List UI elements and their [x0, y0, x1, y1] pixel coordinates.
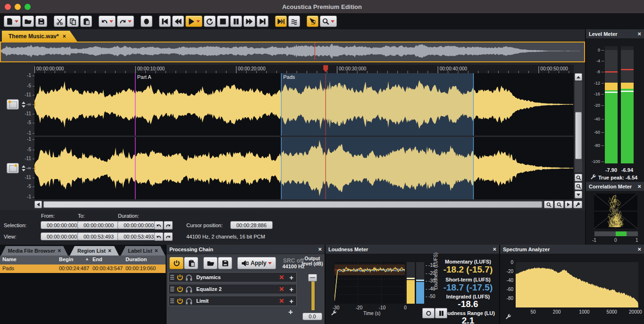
rewind-button[interactable]: [172, 16, 184, 27]
channel-1-select-button[interactable]: [7, 99, 19, 110]
level-meter-settings-icon[interactable]: [590, 174, 596, 180]
drag-handle-icon[interactable]: [170, 287, 174, 291]
headphones-icon[interactable]: [185, 286, 192, 293]
remove-effect-icon[interactable]: [279, 274, 284, 280]
tab-region-list[interactable]: Region List×: [70, 246, 119, 256]
play-button[interactable]: [185, 16, 202, 27]
zoom-tool-button[interactable]: [320, 16, 337, 27]
power-icon[interactable]: [176, 286, 184, 293]
record-button[interactable]: [141, 16, 152, 27]
loudness-reset-button[interactable]: [422, 308, 435, 318]
selection-to-field[interactable]: 00:00:00:000: [77, 221, 120, 229]
tab-close-icon[interactable]: ×: [108, 247, 111, 254]
spectrum-settings-icon[interactable]: [505, 314, 511, 320]
waveform-channel-2[interactable]: [34, 137, 574, 199]
view-from-field[interactable]: 00:00:00:000: [41, 232, 83, 240]
loop-playback-button[interactable]: [204, 16, 216, 27]
redo-button[interactable]: [117, 16, 134, 27]
tab-media-file-browser[interactable]: Media File Browser×: [1, 246, 68, 256]
selection-duration-field[interactable]: 00:00:00:000: [117, 221, 160, 229]
view-undo-button[interactable]: [154, 232, 163, 241]
selection-from-field[interactable]: 00:00:00:000: [41, 221, 83, 229]
stop-button[interactable]: [217, 16, 229, 27]
drag-handle-icon[interactable]: [170, 275, 174, 280]
time-ruler[interactable]: 00:00:00:00000:00:10:00000:00:20:00000:0…: [34, 65, 574, 73]
spectrum-analyzer-close-icon[interactable]: ×: [637, 246, 641, 252]
correlation-meter-close-icon[interactable]: ×: [637, 183, 641, 189]
column-header[interactable]: Begin: [59, 256, 74, 262]
scroll-left-button[interactable]: [34, 201, 42, 208]
chain-power-button[interactable]: [169, 257, 184, 269]
loudness-pause-button[interactable]: [435, 308, 447, 318]
power-icon[interactable]: [176, 298, 184, 305]
scroll-right-button[interactable]: [565, 201, 572, 208]
drag-handle-icon[interactable]: [170, 298, 174, 303]
horizontal-zoom-in-button[interactable]: [544, 201, 553, 208]
follow-playback-button[interactable]: [275, 16, 287, 27]
add-effect-icon[interactable]: +: [289, 285, 293, 293]
remove-effect-icon[interactable]: [279, 286, 284, 292]
selection-undo-button[interactable]: [154, 221, 163, 230]
effect-row-equalize[interactable]: Equalize 2 +: [168, 284, 297, 294]
loudness-settings-icon[interactable]: [330, 310, 337, 316]
save-file-button[interactable]: [35, 16, 47, 27]
tab-label-list[interactable]: Label List×: [121, 246, 165, 256]
level-meter-close-icon[interactable]: ×: [637, 31, 641, 37]
paste-button[interactable]: [80, 16, 92, 27]
processing-chain-close-icon[interactable]: ×: [318, 246, 322, 252]
editor-settings-button[interactable]: [573, 201, 582, 208]
horizontal-scrollbar[interactable]: [43, 201, 543, 208]
horizontal-scrollbar-thumb[interactable]: [43, 201, 542, 208]
effect-row-limit[interactable]: Limit +: [168, 296, 297, 306]
fast-forward-button[interactable]: [243, 16, 255, 27]
pause-button[interactable]: [230, 16, 242, 27]
vertical-zoom-in-button[interactable]: [575, 174, 582, 181]
output-level-slider-handle[interactable]: [308, 274, 317, 281]
output-level-value-field[interactable]: 0.0: [302, 313, 322, 320]
add-effect-icon[interactable]: +: [289, 297, 293, 305]
column-header[interactable]: End: [92, 256, 102, 262]
cut-button[interactable]: [54, 16, 66, 27]
selection-tool-button[interactable]: [307, 16, 318, 27]
go-to-start-button[interactable]: [159, 16, 171, 27]
vertical-scrollbar[interactable]: [575, 81, 582, 172]
vertical-zoom-out-button[interactable]: [575, 182, 582, 190]
scroll-down-button[interactable]: [575, 191, 582, 198]
tab-close-icon[interactable]: ×: [58, 247, 61, 254]
table-row[interactable]: Pads 00:00:24:487 00:00:43:547 00:00:19:…: [0, 264, 166, 273]
chain-paste-button[interactable]: [184, 257, 198, 269]
view-to-field[interactable]: 00:00:53:493: [77, 232, 120, 240]
power-icon[interactable]: [176, 274, 184, 281]
add-effect-icon[interactable]: +: [288, 307, 293, 317]
waveform-layers-button[interactable]: [288, 16, 300, 27]
chain-load-button[interactable]: [203, 257, 217, 269]
column-header[interactable]: Duration: [125, 256, 147, 262]
document-tab-close-icon[interactable]: ×: [63, 33, 66, 40]
overview-waveform[interactable]: [0, 42, 585, 62]
headphones-icon[interactable]: [185, 298, 192, 305]
remove-effect-icon[interactable]: [279, 298, 284, 304]
scroll-up-button[interactable]: [575, 73, 582, 81]
view-redo-button[interactable]: [164, 232, 173, 241]
region-table-header[interactable]: Name Begin ▲ End Duration: [0, 256, 166, 264]
document-tab[interactable]: Theme Music.wav* ×: [2, 31, 77, 42]
cursor-position-field[interactable]: 00:00:28:886: [230, 221, 273, 229]
channel-2-spinner[interactable]: [21, 163, 26, 173]
copy-button[interactable]: [67, 16, 79, 27]
loudness-meter-close-icon[interactable]: ×: [493, 246, 496, 252]
channel-2-select-button[interactable]: [7, 163, 19, 173]
new-file-button[interactable]: [4, 16, 21, 27]
add-effect-icon[interactable]: +: [289, 273, 293, 281]
column-header[interactable]: Name: [2, 256, 17, 262]
vertical-scrollbar-thumb[interactable]: [575, 112, 582, 159]
open-file-button[interactable]: [22, 16, 34, 27]
apply-button[interactable]: Apply: [237, 257, 276, 269]
chain-save-button[interactable]: [218, 257, 232, 269]
undo-button[interactable]: [99, 16, 116, 27]
selection-redo-button[interactable]: [164, 221, 173, 230]
view-duration-field[interactable]: 00:00:53:493: [117, 232, 160, 240]
waveform-channel-1[interactable]: Part APads: [34, 73, 574, 136]
tab-close-icon[interactable]: ×: [155, 247, 158, 254]
horizontal-zoom-out-button[interactable]: [554, 201, 564, 208]
go-to-end-button[interactable]: [257, 16, 268, 27]
